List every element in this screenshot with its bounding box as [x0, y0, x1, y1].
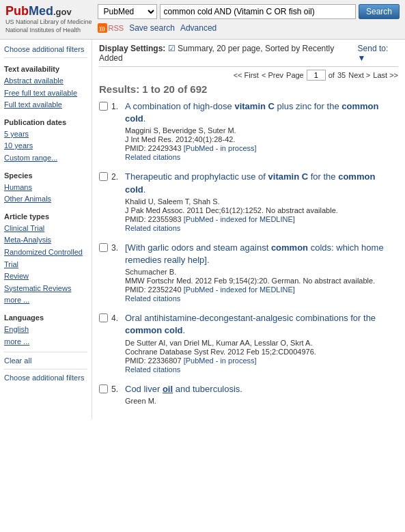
sidebar-10-years[interactable]: 10 years: [4, 140, 87, 152]
result-authors-3: Schumacher B.: [125, 268, 398, 276]
result-authors-2: Khalid U, Saleem T, Shah S.: [125, 197, 398, 206]
display-bar: Display Settings: ☑ Summary, 20 per page…: [99, 44, 398, 67]
sidebar-meta-analysis[interactable]: Meta-Analysis: [4, 234, 87, 247]
rss-link[interactable]: ))) RSS: [98, 23, 124, 33]
result-item-2: 2. Therapeutic and prophylactic use of v…: [99, 171, 398, 232]
result-title-link-1[interactable]: A combination of high-dose vitamin C plu…: [125, 101, 378, 124]
sidebar-custom-range[interactable]: Custom range...: [4, 152, 87, 165]
pmid-link-1[interactable]: [PubMed - in process]: [184, 144, 257, 152]
result-pmid-2: PMID: 22355983 [PubMed - indexed for MED…: [125, 215, 398, 223]
result-authors-4: De Sutter AI, van Driel ML, Kumar AA, Le…: [125, 339, 398, 347]
sidebar-clinical-trial[interactable]: Clinical Trial: [4, 223, 87, 235]
result-number-1: 1.: [111, 100, 125, 161]
result-number-4: 4.: [111, 312, 125, 373]
logo-pub: Pub: [5, 4, 29, 18]
search-button[interactable]: Search: [359, 4, 400, 19]
sidebar-abstract-available[interactable]: Abstract available: [4, 75, 87, 87]
result-journal-1: J Int Med Res. 2012;40(1):28-42.: [125, 135, 398, 143]
last-page-link[interactable]: Last >>: [373, 71, 398, 79]
result-body-1: A combination of high-dose vitamin C plu…: [125, 100, 398, 161]
logo-med: Med: [29, 4, 53, 18]
results-header: Results: 1 to 20 of 692: [99, 83, 398, 95]
sidebar-rct[interactable]: Randomized Controlled Trial: [4, 247, 87, 270]
result-item-1: 1. A combination of high-dose vitamin C …: [99, 100, 398, 161]
display-settings-label[interactable]: Display Settings: ☑ Summary, 20 per page…: [99, 44, 358, 63]
result-title-4[interactable]: Oral antihistamine-decongestant-analgesi…: [125, 312, 398, 337]
related-citations-1[interactable]: Related citations: [125, 153, 398, 161]
related-citations-4[interactable]: Related citations: [125, 365, 398, 374]
result-title-link-3[interactable]: [With garlic odors and steam against com…: [125, 242, 384, 265]
sidebar-article-more[interactable]: more ...: [4, 294, 87, 307]
pmid-link-2[interactable]: [PubMed - indexed for MEDLINE]: [184, 215, 295, 223]
result-number-5: 5.: [111, 383, 125, 406]
page-number-input[interactable]: [307, 70, 326, 81]
save-search-link[interactable]: Save search: [129, 23, 175, 33]
result-title-1[interactable]: A combination of high-dose vitamin C plu…: [125, 100, 398, 125]
result-checkbox-2[interactable]: [99, 172, 111, 232]
advanced-link[interactable]: Advanced: [180, 23, 217, 33]
result-journal-4: Cochrane Database Syst Rev. 2012 Feb 15;…: [125, 348, 398, 356]
sidebar-review[interactable]: Review: [4, 270, 87, 283]
search-input[interactable]: [160, 4, 356, 19]
sidebar-section-text-availability: Text availability: [4, 65, 87, 73]
send-to-control[interactable]: Send to: ▼: [358, 44, 398, 63]
result-checkbox-4[interactable]: [99, 313, 111, 373]
sidebar-free-full-text[interactable]: Free full text available: [4, 87, 87, 100]
result-item-4: 4. Oral antihistamine-decongestant-analg…: [99, 312, 398, 373]
pubmed-logo: PubMed.gov: [5, 4, 92, 18]
database-select[interactable]: PubMed PMC Nucleotide: [98, 4, 157, 19]
first-page-link[interactable]: << First: [234, 71, 259, 79]
clear-all-link[interactable]: Clear all: [4, 356, 87, 365]
result-title-link-5[interactable]: Cod liver oil and tuberculosis.: [125, 384, 242, 394]
choose-additional-filters-bottom[interactable]: Choose additional filters: [4, 374, 87, 382]
search-bar: PubMed PMC Nucleotide Search: [98, 4, 400, 19]
pagination: << First < Prev Page of 35 Next > Last >…: [99, 70, 398, 81]
sidebar-5-years[interactable]: 5 years: [4, 128, 87, 141]
result-authors-1: Maggini S, Beveridge S, Suter M.: [125, 126, 398, 135]
result-body-3: [With garlic odors and steam against com…: [125, 242, 398, 303]
result-pmid-3: PMID: 22352240 [PubMed - indexed for MED…: [125, 285, 398, 294]
result-journal-2: J Pak Med Assoc. 2011 Dec;61(12):1252. N…: [125, 206, 398, 214]
prev-page-link[interactable]: < Prev: [262, 71, 283, 79]
result-title-2[interactable]: Therapeutic and prophylactic use of vita…: [125, 171, 398, 195]
search-links: ))) RSS Save search Advanced: [98, 21, 400, 35]
main-layout: Choose additional filters Text availabil…: [0, 40, 405, 419]
total-pages: 35: [337, 71, 346, 79]
result-item-3: 3. [With garlic odors and steam against …: [99, 242, 398, 303]
result-title-link-2[interactable]: Therapeutic and prophylactic use of vita…: [125, 171, 375, 194]
sidebar-full-text[interactable]: Full text available: [4, 99, 87, 111]
result-checkbox-1[interactable]: [99, 102, 111, 161]
sidebar-humans[interactable]: Humans: [4, 182, 87, 194]
result-body-5: Cod liver oil and tuberculosis. Green M.: [125, 383, 398, 406]
result-title-3[interactable]: [With garlic odors and steam against com…: [125, 242, 398, 266]
sidebar-other-animals[interactable]: Other Animals: [4, 193, 87, 206]
next-page-link[interactable]: Next >: [348, 71, 370, 79]
related-citations-3[interactable]: Related citations: [125, 294, 398, 303]
sidebar-section-languages: Languages: [4, 313, 87, 322]
result-body-4: Oral antihistamine-decongestant-analgesi…: [125, 312, 398, 373]
logo-subtitle: US National Library of Medicine National…: [5, 18, 92, 34]
pmid-link-3[interactable]: [PubMed - indexed for MEDLINE]: [184, 285, 295, 294]
rss-icon: ))): [98, 23, 107, 33]
result-number-3: 3.: [111, 242, 125, 303]
header: PubMed.gov US National Library of Medici…: [0, 0, 405, 40]
result-title-5[interactable]: Cod liver oil and tuberculosis.: [125, 383, 398, 395]
logo-dot-gov: .gov: [53, 7, 72, 17]
sidebar-lang-more[interactable]: more ...: [4, 336, 87, 348]
related-citations-2[interactable]: Related citations: [125, 224, 398, 232]
page-label: Page: [286, 71, 304, 79]
choose-additional-filters-top[interactable]: Choose additional filters: [4, 45, 87, 53]
sidebar-systematic-reviews[interactable]: Systematic Reviews: [4, 283, 87, 295]
result-item-5: 5. Cod liver oil and tuberculosis. Green…: [99, 383, 398, 406]
result-title-link-4[interactable]: Oral antihistamine-decongestant-analgesi…: [125, 313, 376, 335]
result-checkbox-5[interactable]: [99, 384, 111, 406]
result-pmid-4: PMID: 22336807 [PubMed - in process]: [125, 356, 398, 365]
pmid-link-4[interactable]: [PubMed - in process]: [184, 356, 257, 365]
sidebar-section-article-types: Article types: [4, 212, 87, 221]
result-checkbox-3[interactable]: [99, 243, 111, 303]
result-number-2: 2.: [111, 171, 125, 232]
sidebar-english[interactable]: English: [4, 324, 87, 336]
sidebar-section-species: Species: [4, 171, 87, 180]
logo-area: PubMed.gov US National Library of Medici…: [5, 4, 92, 34]
of-label: of: [329, 71, 335, 79]
